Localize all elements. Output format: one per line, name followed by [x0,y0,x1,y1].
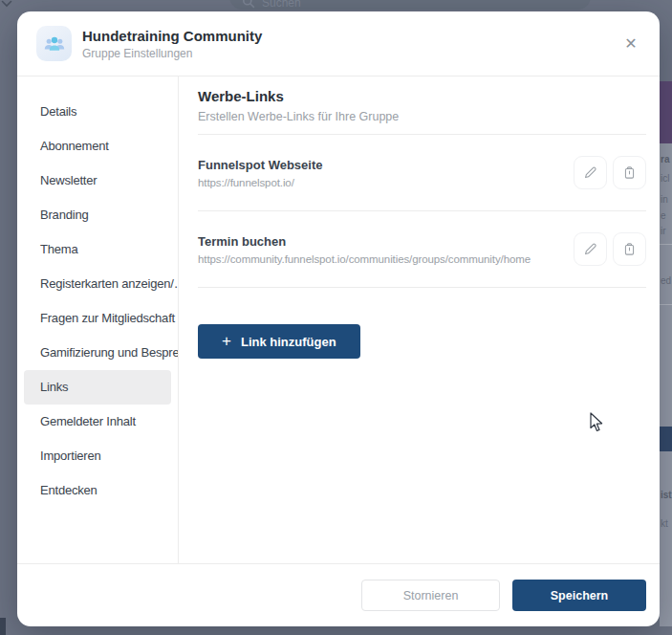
section-header: Werbe-Links Erstellen Werbe-Links für Ih… [198,77,646,135]
search-icon [242,0,255,9]
chevron-down-icon [1,0,12,8]
background-search-placeholder: Suchen [262,0,301,10]
edit-link-button[interactable] [574,156,607,189]
background-corner-element [0,618,6,635]
group-people-icon [40,30,69,58]
background-fragment: ed [661,276,671,286]
add-link-label: Link hinzufügen [241,335,336,349]
background-fragment: e [661,211,666,221]
link-actions [574,232,646,266]
background-button-edge [660,427,672,451]
modal-body: Details Abonnement Newsletter Branding T… [17,77,660,563]
link-url: https://community.funnelspot.io/communit… [198,253,562,265]
trash-icon [621,164,638,181]
sidebar-item-importieren[interactable]: Importieren [17,439,178,473]
background-fragment: ist [661,491,672,500]
edit-link-button[interactable] [574,232,607,266]
trash-icon [621,241,638,257]
delete-link-button[interactable] [613,156,646,189]
modal-subtitle: Gruppe Einstellungen [82,47,262,60]
background-fragment: kt [661,519,668,529]
link-text-block: Funnelspot Webseite https://funnelspot.i… [198,158,562,188]
modal-header: Hundetraining Community Gruppe Einstellu… [17,11,660,77]
sidebar-item-registerkarten[interactable]: Registerkarten anzeigen/… [17,267,178,301]
sidebar-item-abonnement[interactable]: Abonnement [17,129,178,164]
link-name: Funnelspot Webseite [198,158,562,172]
background-fragment: ir [661,227,666,236]
link-text-block: Termin buchen https://community.funnelsp… [198,234,562,265]
sidebar-item-gemeldeter-inhalt[interactable]: Gemeldeter Inhalt [17,405,178,439]
link-name: Termin buchen [198,234,562,249]
modal-footer: Stornieren Speichern [17,563,660,626]
background-search-bar: Suchen [229,0,591,10]
links-settings-panel: Werbe-Links Erstellen Werbe-Links für Ih… [179,77,660,563]
modal-title: Hundetraining Community [82,28,262,44]
background-page-edge: ra icl in e ir ed ist kt [660,143,672,626]
plus-icon: + [222,333,231,349]
delete-link-button[interactable] [613,232,646,266]
sidebar-item-fragen-mitgliedschaft[interactable]: Fragen zur Mitgliedschaft [17,301,178,336]
modal-title-block: Hundetraining Community Gruppe Einstellu… [82,28,262,60]
settings-sidebar: Details Abonnement Newsletter Branding T… [17,77,179,563]
cancel-button[interactable]: Stornieren [361,580,500,611]
link-actions [574,156,646,189]
sidebar-item-thema[interactable]: Thema [17,232,178,267]
pencil-icon [582,164,598,181]
sidebar-item-newsletter[interactable]: Newsletter [17,164,178,198]
sidebar-item-links[interactable]: Links [24,370,171,405]
group-avatar [36,26,72,61]
close-icon[interactable]: ✕ [619,33,642,55]
add-link-button[interactable]: + Link hinzufügen [198,324,360,359]
section-subtitle: Erstellen Werbe-Links für Ihre Gruppe [198,110,646,123]
link-url: https://funnelspot.io/ [198,177,562,188]
link-item: Termin buchen https://community.funnelsp… [198,211,646,288]
group-settings-modal: Hundetraining Community Gruppe Einstellu… [17,11,660,626]
link-item: Funnelspot Webseite https://funnelspot.i… [198,135,646,211]
section-title: Werbe-Links [198,88,646,104]
sidebar-item-entdecken[interactable]: Entdecken [17,473,178,508]
background-fragment: icl [661,174,669,184]
sidebar-item-gamifizierung[interactable]: Gamifizierung und Bespre… [17,336,178,370]
background-fragment: ra [661,155,669,164]
background-fragment: in [661,195,668,205]
background-purple-banner [660,81,672,143]
sidebar-item-branding[interactable]: Branding [17,198,178,232]
save-button[interactable]: Speichern [512,580,646,611]
sidebar-item-details[interactable]: Details [17,95,178,129]
pencil-icon [582,241,598,257]
